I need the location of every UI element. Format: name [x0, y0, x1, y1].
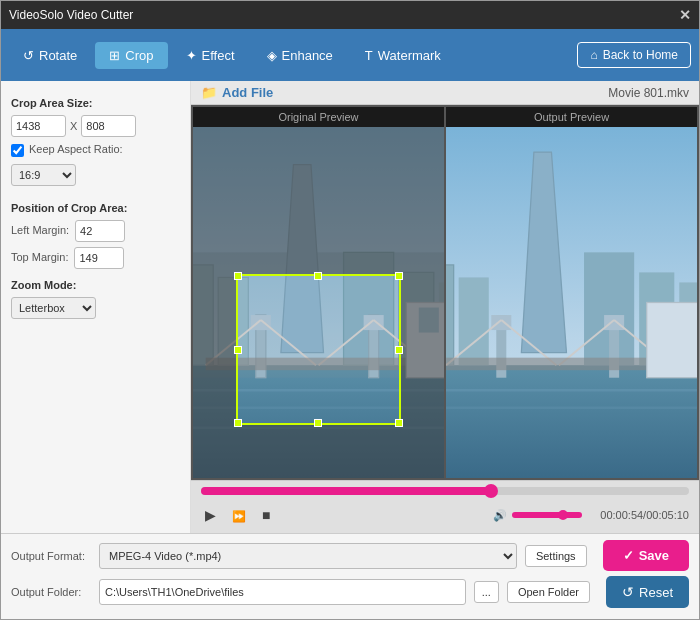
- top-margin-label: Top Margin:: [11, 251, 68, 263]
- svg-rect-43: [491, 315, 511, 330]
- play-icon: ▶: [205, 507, 216, 523]
- scrubber-fill: [201, 487, 494, 495]
- rotate-label: Rotate: [39, 48, 77, 63]
- svg-rect-30: [446, 365, 697, 478]
- svg-rect-16: [251, 315, 271, 330]
- keep-aspect-label: Keep Aspect Ratio:: [29, 143, 123, 155]
- add-file-icon: [201, 85, 217, 100]
- svg-rect-5: [193, 265, 213, 365]
- aspect-ratio-select[interactable]: 16:9 4:3 1:1 Custom: [11, 164, 76, 186]
- zoom-mode-select[interactable]: Letterbox Pan & Scan Full: [11, 297, 96, 319]
- left-panel: Crop Area Size: X Keep Aspect Ratio: 16:…: [1, 81, 191, 533]
- folder-row: Output Folder: ... Open Folder Reset: [11, 576, 689, 608]
- scrubber-track[interactable]: [201, 487, 689, 495]
- rotate-button[interactable]: Rotate: [9, 42, 91, 69]
- controls-row: ▶ ⏩ ■ 🔊 00:00:54/00:05:10: [201, 501, 689, 529]
- right-area: Add File Movie 801.mkv Original Preview: [191, 81, 699, 533]
- volume-area: 🔊: [493, 509, 582, 522]
- folder-path-input[interactable]: [99, 579, 466, 605]
- svg-rect-50: [647, 303, 697, 378]
- app-title: VideoSolo Video Cutter: [9, 8, 133, 22]
- close-icon[interactable]: ✕: [679, 7, 691, 23]
- x-separator: X: [70, 120, 77, 132]
- svg-rect-22: [206, 358, 432, 371]
- left-margin-label: Left Margin:: [11, 224, 69, 236]
- volume-icon: 🔊: [493, 509, 507, 522]
- size-row: X: [11, 115, 180, 137]
- timeline-area: ▶ ⏩ ■ 🔊 00:00:54/00:05:10: [191, 480, 699, 533]
- keep-aspect-checkbox[interactable]: [11, 144, 24, 157]
- top-margin-row: Top Margin:: [11, 247, 180, 269]
- reset-label: Reset: [639, 585, 673, 600]
- output-preview-panel: Output Preview: [446, 107, 697, 478]
- original-label: Original Preview: [193, 107, 444, 127]
- add-file-label: Add File: [222, 85, 273, 100]
- output-format-label: Output Format:: [11, 550, 91, 562]
- home-icon: [590, 48, 597, 62]
- bottom-bar: Output Format: MPEG-4 Video (*.mp4) Sett…: [1, 533, 699, 620]
- back-home-button[interactable]: Back to Home: [577, 42, 691, 68]
- watermark-button[interactable]: Watermark: [351, 42, 455, 69]
- format-row: Output Format: MPEG-4 Video (*.mp4) Sett…: [11, 540, 689, 571]
- original-video-area: [193, 127, 444, 478]
- output-folder-label: Output Folder:: [11, 586, 91, 598]
- svg-rect-32: [446, 265, 454, 365]
- svg-rect-17: [364, 315, 384, 330]
- effect-label: Effect: [202, 48, 235, 63]
- fast-forward-button[interactable]: ⏩: [228, 505, 250, 525]
- original-video-svg: [193, 127, 444, 478]
- effect-button[interactable]: Effect: [172, 42, 249, 69]
- reset-button[interactable]: Reset: [606, 576, 689, 608]
- keep-aspect-row: Keep Aspect Ratio:: [11, 143, 180, 158]
- title-bar: VideoSolo Video Cutter ✕: [1, 1, 699, 29]
- crop-button[interactable]: Crop: [95, 42, 167, 69]
- height-input[interactable]: [81, 115, 136, 137]
- top-margin-input[interactable]: [74, 247, 124, 269]
- volume-slider[interactable]: [512, 512, 582, 518]
- crop-label: Crop: [125, 48, 153, 63]
- reset-icon: [622, 584, 634, 600]
- effect-icon: [186, 48, 197, 63]
- position-label: Position of Crop Area:: [11, 202, 180, 214]
- browse-button[interactable]: ...: [474, 581, 499, 603]
- original-preview-panel: Original Preview: [193, 107, 444, 478]
- preview-panels: Original Preview: [191, 105, 699, 480]
- save-label: Save: [639, 548, 669, 563]
- stop-icon: ■: [262, 507, 270, 523]
- play-button[interactable]: ▶: [201, 505, 220, 525]
- enhance-button[interactable]: Enhance: [253, 42, 347, 69]
- svg-rect-1: [193, 365, 444, 478]
- output-video-area: [446, 127, 697, 478]
- format-select[interactable]: MPEG-4 Video (*.mp4): [99, 543, 517, 569]
- open-folder-button[interactable]: Open Folder: [507, 581, 590, 603]
- enhance-icon: [267, 48, 277, 63]
- svg-rect-44: [604, 315, 624, 330]
- svg-rect-24: [419, 308, 439, 333]
- output-label: Output Preview: [446, 107, 697, 127]
- scrubber-thumb[interactable]: [484, 484, 498, 498]
- svg-rect-49: [446, 358, 672, 371]
- file-name: Movie 801.mkv: [608, 86, 689, 100]
- watermark-icon: [365, 48, 373, 63]
- crop-icon: [109, 48, 120, 63]
- settings-button[interactable]: Settings: [525, 545, 587, 567]
- crop-area-size-label: Crop Area Size:: [11, 97, 180, 109]
- rotate-icon: [23, 48, 34, 63]
- stop-button[interactable]: ■: [258, 505, 274, 525]
- volume-thumb: [558, 510, 568, 520]
- save-check-icon: [623, 548, 634, 563]
- left-margin-input[interactable]: [75, 220, 125, 242]
- watermark-label: Watermark: [378, 48, 441, 63]
- preview-header: Add File Movie 801.mkv: [191, 81, 699, 105]
- left-margin-row: Left Margin:: [11, 220, 180, 242]
- zoom-label: Zoom Mode:: [11, 279, 180, 291]
- output-video-svg: [446, 127, 697, 478]
- save-button[interactable]: Save: [603, 540, 689, 571]
- add-file-button[interactable]: Add File: [201, 85, 273, 100]
- toolbar: Rotate Crop Effect Enhance Watermark Bac…: [1, 29, 699, 81]
- width-input[interactable]: [11, 115, 66, 137]
- enhance-label: Enhance: [282, 48, 333, 63]
- back-home-label: Back to Home: [603, 48, 678, 62]
- main-area: Crop Area Size: X Keep Aspect Ratio: 16:…: [1, 81, 699, 533]
- ff-icon: ⏩: [232, 510, 246, 522]
